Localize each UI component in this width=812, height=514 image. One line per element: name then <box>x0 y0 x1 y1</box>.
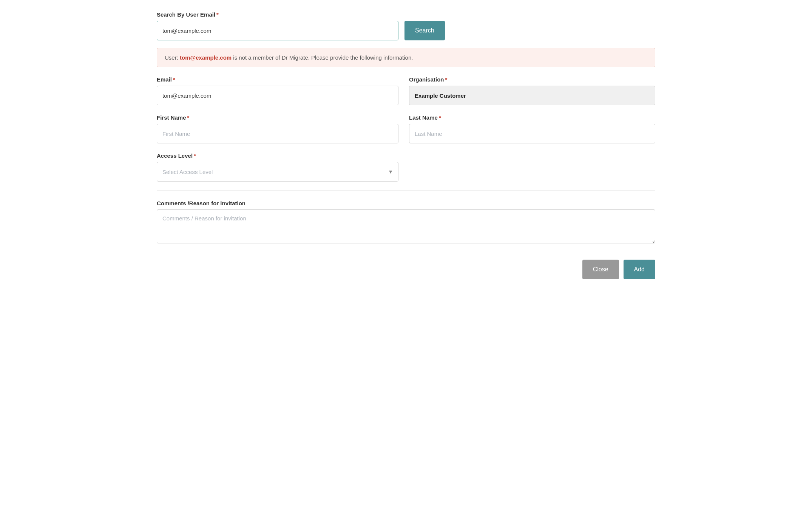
last-name-required-star: * <box>439 114 441 121</box>
footer-buttons: Close Add <box>157 260 655 279</box>
last-name-input[interactable] <box>409 124 655 143</box>
alert-email: tom@example.com <box>180 54 232 61</box>
access-level-label: Access Level* <box>157 152 655 159</box>
alert-suffix: is not a member of Dr Migrate. Please pr… <box>232 54 413 61</box>
first-name-required-star: * <box>187 114 190 121</box>
email-input[interactable] <box>157 86 398 105</box>
alert-message: User: tom@example.com is not a member of… <box>157 48 655 67</box>
first-name-input[interactable] <box>157 124 398 143</box>
access-level-required-star: * <box>194 152 196 159</box>
organisation-label: Organisation* <box>409 76 655 83</box>
email-required-star: * <box>173 76 175 83</box>
access-level-select[interactable]: Select Access Level <box>157 162 398 182</box>
search-button[interactable]: Search <box>404 21 445 40</box>
comments-textarea[interactable] <box>157 209 655 243</box>
org-required-star: * <box>445 76 448 83</box>
search-input[interactable] <box>157 21 398 40</box>
search-label: Search By User Email* <box>157 11 655 18</box>
last-name-label: Last Name* <box>409 114 655 121</box>
access-level-wrapper: Select Access Level ▼ <box>157 162 398 182</box>
first-name-label: First Name* <box>157 114 398 121</box>
comments-label: Comments /Reason for invitation <box>157 200 655 206</box>
close-button[interactable]: Close <box>582 260 619 279</box>
section-divider <box>157 191 655 191</box>
search-required-star: * <box>216 11 219 18</box>
alert-prefix: User: <box>165 54 180 61</box>
add-button[interactable]: Add <box>624 260 655 279</box>
email-label: Email* <box>157 76 398 83</box>
organisation-input[interactable] <box>409 86 655 105</box>
